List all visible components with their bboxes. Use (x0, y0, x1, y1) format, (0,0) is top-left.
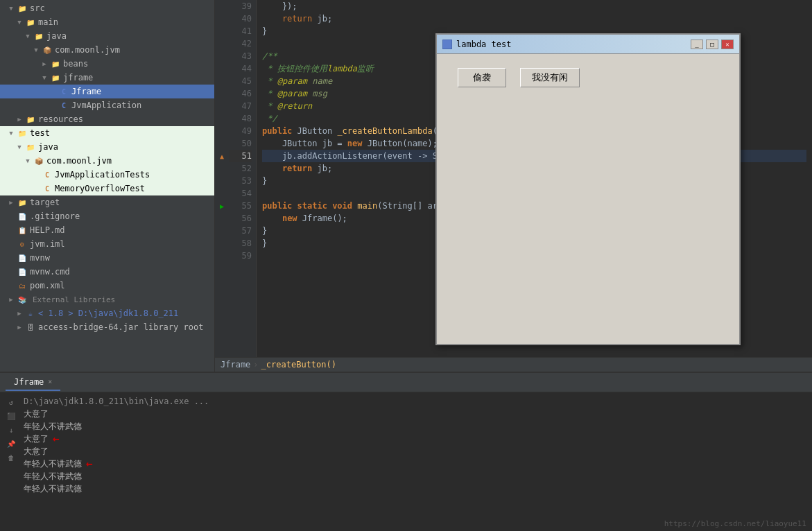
linenum-58: 58 (229, 237, 252, 250)
java-icon-jvmapptests: C (42, 169, 53, 180)
sidebar-item-jdk[interactable]: ☕ < 1.8 > D:\java\jdk1.8.0_211 (0, 306, 214, 320)
console-out-5: 年轻人不讲武德 ← (24, 458, 806, 470)
lambda-body: 偷袭 我没有闲 (437, 54, 739, 101)
console-tab-close[interactable]: × (48, 378, 52, 385)
console-content-area: ↺ ⬛ ↓ 📌 🗑 D:\java\jdk1.8.0_211\bin\java.… (0, 392, 812, 531)
console-tab-label: Jframe (14, 377, 44, 387)
console-sidebar-icons: ↺ ⬛ ↓ 📌 🗑 (6, 395, 19, 528)
linenum-46: 46 (229, 87, 252, 100)
sidebar-item-help[interactable]: 📋 HELP.md (0, 223, 214, 237)
console-icon-filter[interactable]: 🗑 (6, 452, 17, 463)
lambda-title-text: lambda test (456, 40, 511, 49)
extlib-icon: 📚 (17, 294, 28, 305)
file-icon-pomxml: 🗂 (17, 280, 28, 291)
sidebar-item-extlibs[interactable]: 📚 External Libraries (0, 293, 214, 306)
lambda-button-attack[interactable]: 偷袭 (458, 68, 506, 87)
folder-icon-beans: 📁 (50, 58, 61, 69)
console-icon-rerun[interactable]: ↺ (6, 397, 17, 408)
folder-icon-java: 📁 (33, 31, 44, 42)
console-out-1: 大意了 (24, 408, 806, 420)
gutter-39 (215, 0, 229, 12)
sidebar-item-pomxml[interactable]: 🗂 pom.xml (0, 279, 214, 293)
sidebar-item-memorytest[interactable]: C MemoryOverflowTest (0, 182, 214, 195)
gutter-53 (215, 175, 229, 187)
jar-icon: 🗄 (25, 322, 36, 333)
code-line-40: return jb; (262, 12, 806, 25)
console-icon-stop[interactable]: ⬛ (6, 410, 17, 421)
arrow-main (15, 18, 24, 26)
sidebar-item-jframe-folder[interactable]: 📁 jframe (0, 71, 214, 85)
sidebar-item-test[interactable]: 📁 test (0, 126, 214, 140)
sidebar-item-main[interactable]: 📁 main (0, 15, 214, 29)
lambda-maximize-button[interactable]: □ (706, 40, 718, 49)
sidebar-item-package[interactable]: 📦 com.moonl.jvm (0, 43, 214, 57)
sidebar-item-resources[interactable]: 📁 resources (0, 112, 214, 126)
sidebar-item-jvmiml[interactable]: ⚙ jvm.iml (0, 237, 214, 251)
arrow-jar (15, 323, 24, 331)
folder-icon-main: 📁 (25, 17, 36, 28)
linenum-57: 57 (229, 225, 252, 237)
arrow-package (32, 46, 40, 54)
arrow-beans (40, 60, 49, 68)
sidebar-item-jframe-class[interactable]: C Jframe (0, 85, 214, 98)
arrow-extlibs (7, 295, 15, 304)
linenum-49: 49 (229, 125, 252, 137)
sidebar-item-beans[interactable]: 📁 beans (0, 57, 214, 71)
linenum-54: 54 (229, 187, 252, 200)
lambda-minimize-button[interactable]: _ (691, 40, 703, 49)
gutter-52 (215, 162, 229, 175)
gutter-42 (215, 37, 229, 50)
sidebar-item-src[interactable]: 📁 src (0, 1, 214, 15)
gutter-41 (215, 25, 229, 37)
breadcrumb-method: _createButton() (261, 360, 336, 369)
lambda-button-idle[interactable]: 我没有闲 (520, 68, 580, 87)
sidebar-item-java-test[interactable]: 📁 java (0, 140, 214, 154)
sidebar-item-jar[interactable]: 🗄 access-bridge-64.jar library root (0, 320, 214, 334)
linenum-39: 39 (229, 0, 252, 12)
gutter-44 (215, 62, 229, 75)
jdk-icon: ☕ (25, 308, 36, 319)
sidebar-item-java[interactable]: 📁 java (0, 29, 214, 43)
file-icon-gitignore: 📄 (17, 211, 28, 222)
linenum-43: 43 (229, 50, 252, 62)
folder-icon-test: 📁 (17, 128, 28, 139)
linenum-51: 51 (229, 150, 252, 162)
java-icon-memorytest: C (42, 183, 53, 194)
gutter-46 (215, 87, 229, 100)
linenum-56: 56 (229, 212, 252, 225)
sidebar-item-jvmapptests[interactable]: C JvmApplicationTests (0, 168, 214, 182)
sidebar-item-mvnw[interactable]: 📄 mvnw (0, 251, 214, 265)
arrow-src (7, 4, 15, 12)
gutter-48 (215, 112, 229, 125)
lambda-close-button[interactable]: ✕ (721, 40, 734, 49)
sidebar-item-gitignore[interactable]: 📄 .gitignore (0, 209, 214, 223)
console-tab-jframe[interactable]: Jframe × (6, 374, 60, 391)
console-out-6: 年轻人不讲武德 (24, 470, 806, 482)
watermark: https://blog.csdn.net/liaoyue11 (664, 519, 806, 528)
lambda-window-controls: _ □ ✕ (691, 40, 734, 49)
console-tab-bar: Jframe × (0, 373, 812, 392)
sidebar-item-target[interactable]: 📁 target (0, 195, 214, 209)
sidebar-item-mvnwcmd[interactable]: 📄 mvnw.cmd (0, 265, 214, 279)
gutter-47 (215, 100, 229, 112)
gutter-43 (215, 50, 229, 62)
linenum-50: 50 (229, 137, 252, 150)
arrow-resources (15, 115, 24, 123)
linenum-52: 52 (229, 162, 252, 175)
red-arrow-1: ← (53, 433, 60, 445)
linenum-48: 48 (229, 112, 252, 125)
console-out-4: 大意了 (24, 445, 806, 458)
lambda-title-icon (442, 40, 452, 49)
editor-gutter: ▲ ▶ (215, 0, 229, 357)
console-out-2: 年轻人不讲武德 (24, 420, 806, 433)
linenum-47: 47 (229, 100, 252, 112)
sidebar-item-jvmapplication[interactable]: C JvmApplication (0, 98, 214, 112)
console-icon-pin[interactable]: 📌 (6, 438, 17, 449)
gutter-55[interactable]: ▶ (215, 200, 229, 212)
gutter-51: ▲ (215, 150, 229, 162)
console-path: D:\java\jdk1.8.0_211\bin\java.exe ... (24, 395, 806, 408)
sidebar-item-package-test[interactable]: 📦 com.moonl.jvm (0, 154, 214, 168)
console-icon-scroll[interactable]: ↓ (6, 424, 17, 435)
java-icon-jframe: C (58, 86, 69, 97)
lambda-title-left: lambda test (442, 40, 511, 49)
